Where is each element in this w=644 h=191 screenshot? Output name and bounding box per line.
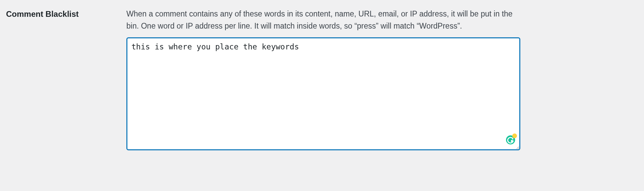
comment-blacklist-textarea[interactable] xyxy=(126,37,520,150)
label-column: Comment Blacklist xyxy=(6,7,126,19)
comment-blacklist-row: Comment Blacklist When a comment contain… xyxy=(6,7,638,152)
comment-blacklist-label: Comment Blacklist xyxy=(6,9,126,19)
textarea-wrapper xyxy=(126,37,520,152)
comment-blacklist-description: When a comment contains any of these wor… xyxy=(126,7,520,32)
field-column: When a comment contains any of these wor… xyxy=(126,7,520,152)
